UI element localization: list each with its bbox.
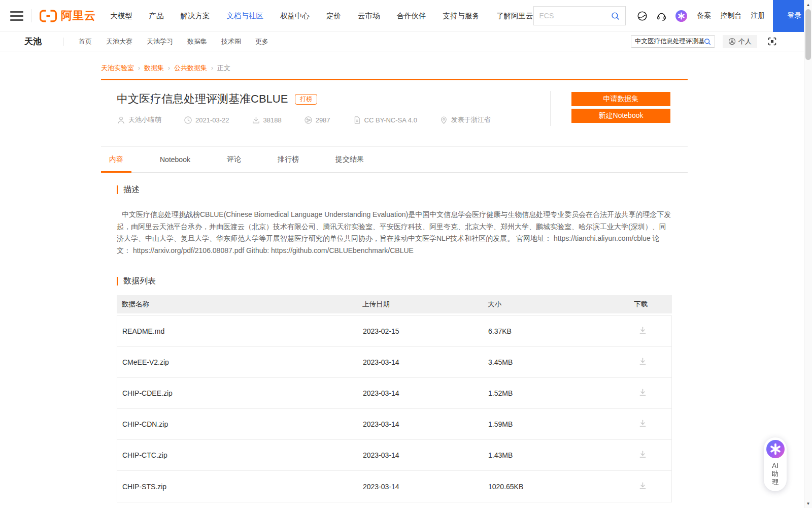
top-search-input[interactable] — [539, 12, 611, 20]
top-nav-item-云市场[interactable]: 云市场 — [358, 11, 380, 21]
file-size: 1.43MB — [488, 451, 634, 459]
table-row: CHIP-STS.zip2023-03-141020.65KB — [117, 471, 671, 502]
file-name: CHIP-CTC.zip — [117, 451, 363, 459]
download-icon[interactable] — [638, 482, 647, 490]
scrollbar-down-arrow[interactable]: ▼ — [804, 499, 812, 507]
search-icon[interactable] — [611, 12, 620, 20]
download-icon[interactable] — [638, 450, 647, 459]
new-notebook-button[interactable]: 新建Notebook — [571, 109, 670, 123]
breadcrumb-link[interactable]: 数据集 — [144, 64, 164, 73]
file-date: 2023-03-14 — [363, 358, 488, 366]
file-size: 1020.65KB — [488, 483, 634, 491]
tianchi-nav-item-首页[interactable]: 首页 — [79, 37, 92, 46]
profile-button[interactable]: 个人 — [723, 35, 757, 48]
qr-scan-icon[interactable] — [768, 37, 776, 46]
top-search-box — [533, 6, 626, 25]
file-date: 2023-03-14 — [363, 483, 488, 491]
apply-dataset-button[interactable]: 申请数据集 — [571, 92, 670, 106]
file-list-section: 数据列表 数据名称上传日期大小下载 README.md2023-02-156.3… — [117, 276, 672, 502]
tab-评论[interactable]: 评论 — [219, 147, 249, 172]
top-nav-link-备案[interactable]: 备案 — [697, 11, 712, 20]
top-nav-item-权益中心[interactable]: 权益中心 — [280, 11, 310, 21]
ai-assistant-widget[interactable]: AI助理 — [764, 437, 787, 491]
divider — [31, 9, 31, 22]
breadcrumb-current: 正文 — [217, 64, 230, 73]
heading-bar — [117, 277, 118, 285]
top-nav-links: 备案控制台注册 — [697, 11, 765, 20]
file-size: 1.59MB — [488, 420, 634, 428]
file-download-cell — [634, 388, 671, 398]
top-nav-item-了解阿里云[interactable]: 了解阿里云 — [496, 11, 533, 21]
download-icon[interactable] — [638, 326, 647, 335]
file-name: README.md — [117, 327, 363, 335]
tianchi-navbar: 天池 首页天池大赛天池学习数据集技术圈更多 个人 — [0, 32, 812, 51]
heading-bar — [117, 185, 118, 194]
top-navbar: 阿里云 大模型产品解决方案文档与社区权益中心定价云市场合作伙伴支持与服务了解阿里… — [0, 0, 812, 32]
tab-内容[interactable]: 内容 — [101, 147, 131, 172]
meta-author: 天池小喵萌 — [117, 115, 161, 124]
breadcrumb-link[interactable]: 天池实验室 — [101, 64, 134, 73]
meta-location: 发表于浙江省 — [439, 115, 491, 124]
meta-license: CC BY-NC-SA 4.0 — [353, 116, 417, 124]
file-table: 数据名称上传日期大小下载 README.md2023-02-156.37KB C… — [117, 295, 672, 502]
file-download-cell — [634, 482, 671, 492]
file-name: CHIP-CDN.zip — [117, 420, 363, 428]
headset-icon[interactable] — [656, 11, 667, 21]
ai-assistant-icon — [766, 440, 785, 458]
tianchi-nav-item-更多[interactable]: 更多 — [255, 37, 268, 46]
tianchi-nav-menu: 首页天池大赛天池学习数据集技术圈更多 — [79, 37, 268, 46]
table-row: CHIP-CDN.zip2023-03-141.59MB — [117, 409, 671, 440]
top-nav-item-解决方案[interactable]: 解决方案 — [181, 11, 210, 21]
top-nav-item-合作伙伴[interactable]: 合作伙伴 — [397, 11, 426, 21]
file-download-cell — [634, 326, 671, 336]
tab-排行榜[interactable]: 排行榜 — [269, 147, 307, 172]
breadcrumb-link[interactable]: 公共数据集 — [174, 64, 207, 73]
ai-assistant-icon[interactable] — [675, 10, 687, 22]
globe-icon[interactable] — [637, 11, 648, 21]
scrollbar[interactable]: ▲ ▼ — [804, 0, 812, 508]
file-download-cell — [634, 357, 671, 367]
download-icon[interactable] — [638, 419, 647, 428]
file-table-header: 数据名称上传日期大小下载 — [117, 295, 672, 313]
tab-提交结果[interactable]: 提交结果 — [327, 147, 372, 172]
file-date: 2023-03-14 — [363, 420, 488, 428]
tab-bar: 内容Notebook评论排行榜提交结果 — [101, 146, 688, 173]
tab-Notebook[interactable]: Notebook — [152, 147, 198, 172]
hamburger-menu-icon[interactable] — [10, 11, 23, 21]
top-nav-item-产品[interactable]: 产品 — [149, 11, 164, 21]
search-icon[interactable] — [704, 38, 711, 45]
description-heading: 描述 — [117, 184, 672, 195]
tianchi-nav-item-技术圈[interactable]: 技术圈 — [221, 37, 241, 46]
tianchi-nav-item-天池学习[interactable]: 天池学习 — [147, 37, 173, 46]
top-nav-item-文档与社区[interactable]: 文档与社区 — [227, 11, 264, 21]
main-content: 天池实验室›数据集›公共数据集›正文 中文医疗信息处理评测基准CBLUE 打榜 … — [101, 64, 688, 502]
tianchi-nav-item-数据集[interactable]: 数据集 — [187, 37, 207, 46]
scrollbar-up-arrow[interactable]: ▲ — [804, 1, 812, 9]
scrollbar-thumb[interactable] — [805, 9, 811, 60]
top-nav-item-定价[interactable]: 定价 — [326, 11, 341, 21]
download-icon[interactable] — [638, 357, 647, 366]
top-nav-link-注册[interactable]: 注册 — [751, 11, 765, 20]
file-date: 2023-02-15 — [363, 327, 488, 335]
breadcrumb-separator: › — [211, 65, 213, 72]
top-nav-item-支持与服务[interactable]: 支持与服务 — [443, 11, 480, 21]
file-download-cell — [634, 419, 671, 429]
tianchi-brand[interactable]: 天池 — [24, 36, 42, 47]
top-nav-item-大模型[interactable]: 大模型 — [110, 11, 132, 21]
site-search-input[interactable] — [635, 38, 704, 45]
breadcrumb: 天池实验室›数据集›公共数据集›正文 — [101, 64, 688, 73]
file-table-body: README.md2023-02-156.37KB CMeEE-V2.zip20… — [117, 315, 672, 502]
site-search-box — [631, 35, 715, 48]
alibaba-cloud-logo[interactable]: 阿里云 — [39, 8, 96, 23]
download-icon[interactable] — [638, 388, 647, 397]
license-icon — [353, 116, 361, 124]
top-nav-link-控制台[interactable]: 控制台 — [721, 11, 742, 20]
table-row: CMeEE-V2.zip2023-03-143.45MB — [117, 347, 671, 378]
file-size: 1.52MB — [488, 389, 634, 397]
top-nav-icons — [637, 10, 687, 22]
meta-date: 2021-03-22 — [184, 116, 229, 124]
column-header: 下载 — [634, 300, 671, 309]
breadcrumb-separator: › — [138, 65, 140, 72]
tianchi-nav-item-天池大赛[interactable]: 天池大赛 — [106, 37, 132, 46]
ranking-badge[interactable]: 打榜 — [295, 94, 317, 105]
